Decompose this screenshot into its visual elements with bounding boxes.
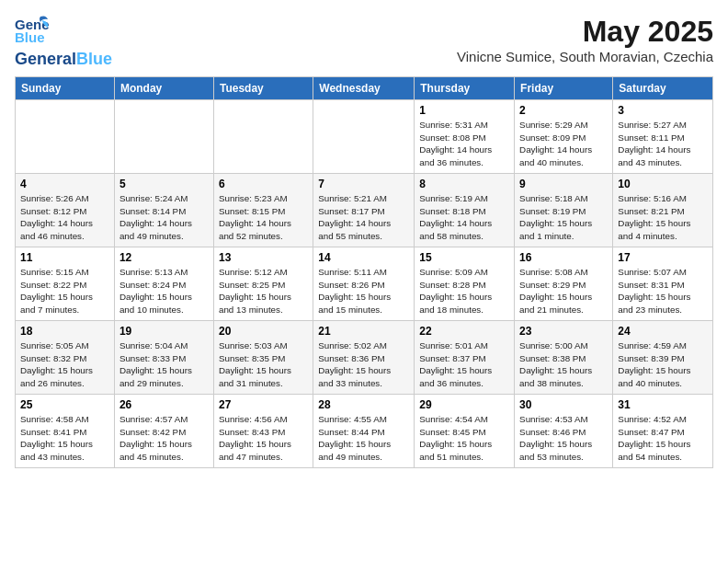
day-info: Sunrise: 5:09 AMSunset: 8:28 PMDaylight:…: [419, 266, 509, 316]
day-number: 8: [419, 178, 509, 190]
day-number: 3: [618, 104, 708, 117]
day-number: 16: [519, 251, 608, 264]
day-number: 18: [20, 325, 109, 338]
day-info: Sunrise: 5:24 AMSunset: 8:14 PMDaylight:…: [119, 192, 209, 243]
day-info: Sunrise: 5:00 AMSunset: 8:38 PMDaylight:…: [519, 339, 608, 390]
week-row-5: 25Sunrise: 4:58 AMSunset: 8:41 PMDayligh…: [16, 395, 713, 468]
calendar-cell: 2Sunrise: 5:29 AMSunset: 8:09 PMDaylight…: [515, 100, 613, 174]
day-number: 23: [519, 325, 608, 338]
day-info: Sunrise: 5:05 AMSunset: 8:32 PMDaylight:…: [20, 339, 109, 390]
day-number: 22: [419, 325, 509, 338]
calendar-cell: 5Sunrise: 5:24 AMSunset: 8:14 PMDaylight…: [114, 174, 213, 247]
day-number: 7: [318, 178, 409, 190]
day-info: Sunrise: 5:08 AMSunset: 8:29 PMDaylight:…: [519, 266, 608, 316]
calendar-body: 1Sunrise: 5:31 AMSunset: 8:08 PMDaylight…: [16, 100, 713, 468]
week-row-4: 18Sunrise: 5:05 AMSunset: 8:32 PMDayligh…: [16, 321, 713, 395]
day-info: Sunrise: 5:04 AMSunset: 8:33 PMDaylight:…: [119, 339, 209, 390]
logo-blue: Blue: [76, 50, 112, 68]
day-number: 25: [20, 398, 109, 411]
day-number: 29: [419, 398, 509, 411]
calendar-cell: [16, 100, 115, 174]
day-info: Sunrise: 5:12 AMSunset: 8:25 PMDaylight:…: [219, 266, 308, 316]
day-number: 10: [618, 178, 708, 190]
day-number: 5: [119, 178, 209, 190]
calendar-cell: 31Sunrise: 4:52 AMSunset: 8:47 PMDayligh…: [613, 395, 713, 468]
day-number: 6: [219, 178, 308, 190]
day-info: Sunrise: 5:15 AMSunset: 8:22 PMDaylight:…: [20, 266, 109, 316]
day-info: Sunrise: 5:27 AMSunset: 8:11 PMDaylight:…: [618, 119, 708, 169]
day-info: Sunrise: 5:11 AMSunset: 8:26 PMDaylight:…: [318, 266, 409, 316]
week-row-2: 4Sunrise: 5:26 AMSunset: 8:12 PMDaylight…: [16, 174, 713, 247]
title-block: May 2025 Vinicne Sumice, South Moravian,…: [457, 15, 713, 64]
calendar-cell: 15Sunrise: 5:09 AMSunset: 8:28 PMDayligh…: [415, 247, 515, 321]
day-number: 21: [318, 325, 409, 338]
calendar-cell: 30Sunrise: 4:53 AMSunset: 8:46 PMDayligh…: [515, 395, 613, 468]
day-number: 2: [519, 104, 608, 117]
day-info: Sunrise: 4:53 AMSunset: 8:46 PMDaylight:…: [519, 413, 608, 464]
calendar-cell: 20Sunrise: 5:03 AMSunset: 8:35 PMDayligh…: [213, 321, 313, 395]
calendar-cell: 6Sunrise: 5:23 AMSunset: 8:15 PMDaylight…: [213, 174, 313, 247]
week-row-1: 1Sunrise: 5:31 AMSunset: 8:08 PMDaylight…: [16, 100, 713, 174]
day-info: Sunrise: 4:56 AMSunset: 8:43 PMDaylight:…: [219, 413, 308, 464]
calendar-cell: [313, 100, 415, 174]
dow-header-monday: Monday: [114, 77, 213, 100]
dow-header-saturday: Saturday: [613, 77, 713, 100]
dow-header-friday: Friday: [515, 77, 613, 100]
dow-header-thursday: Thursday: [415, 77, 515, 100]
day-number: 9: [519, 178, 608, 190]
day-info: Sunrise: 5:13 AMSunset: 8:24 PMDaylight:…: [119, 266, 209, 316]
day-info: Sunrise: 4:55 AMSunset: 8:44 PMDaylight:…: [318, 413, 409, 464]
day-number: 20: [219, 325, 308, 338]
calendar-cell: 22Sunrise: 5:01 AMSunset: 8:37 PMDayligh…: [415, 321, 515, 395]
day-number: 19: [119, 325, 209, 338]
calendar-cell: 4Sunrise: 5:26 AMSunset: 8:12 PMDaylight…: [16, 174, 115, 247]
day-info: Sunrise: 5:26 AMSunset: 8:12 PMDaylight:…: [20, 192, 109, 243]
calendar-cell: 17Sunrise: 5:07 AMSunset: 8:31 PMDayligh…: [613, 247, 713, 321]
calendar-cell: 1Sunrise: 5:31 AMSunset: 8:08 PMDaylight…: [415, 100, 515, 174]
calendar-cell: 27Sunrise: 4:56 AMSunset: 8:43 PMDayligh…: [213, 395, 313, 468]
day-number: 27: [219, 398, 308, 411]
calendar-cell: 26Sunrise: 4:57 AMSunset: 8:42 PMDayligh…: [114, 395, 213, 468]
calendar-cell: 9Sunrise: 5:18 AMSunset: 8:19 PMDaylight…: [515, 174, 613, 247]
day-number: 28: [318, 398, 409, 411]
dow-header-sunday: Sunday: [16, 77, 115, 100]
calendar-cell: 24Sunrise: 4:59 AMSunset: 8:39 PMDayligh…: [613, 321, 713, 395]
svg-text:Blue: Blue: [15, 29, 45, 45]
day-info: Sunrise: 5:03 AMSunset: 8:35 PMDaylight:…: [219, 339, 308, 390]
day-info: Sunrise: 5:23 AMSunset: 8:15 PMDaylight:…: [219, 192, 308, 243]
day-number: 4: [20, 178, 109, 190]
calendar-cell: 19Sunrise: 5:04 AMSunset: 8:33 PMDayligh…: [114, 321, 213, 395]
day-info: Sunrise: 5:19 AMSunset: 8:18 PMDaylight:…: [419, 192, 509, 243]
calendar-cell: 16Sunrise: 5:08 AMSunset: 8:29 PMDayligh…: [515, 247, 613, 321]
dow-header-wednesday: Wednesday: [313, 77, 415, 100]
logo-general: General: [15, 50, 76, 68]
day-number: 31: [618, 398, 708, 411]
week-row-3: 11Sunrise: 5:15 AMSunset: 8:22 PMDayligh…: [16, 247, 713, 321]
day-info: Sunrise: 5:02 AMSunset: 8:36 PMDaylight:…: [318, 339, 409, 390]
day-number: 30: [519, 398, 608, 411]
calendar-cell: 13Sunrise: 5:12 AMSunset: 8:25 PMDayligh…: [213, 247, 313, 321]
page-header: General Blue GeneralBlue May 2025 Vinicn…: [15, 15, 713, 69]
day-number: 14: [318, 251, 409, 264]
day-number: 13: [219, 251, 308, 264]
day-number: 1: [419, 104, 509, 117]
calendar-cell: 3Sunrise: 5:27 AMSunset: 8:11 PMDaylight…: [613, 100, 713, 174]
day-number: 11: [20, 251, 109, 264]
calendar-cell: 28Sunrise: 4:55 AMSunset: 8:44 PMDayligh…: [313, 395, 415, 468]
day-number: 15: [419, 251, 509, 264]
day-info: Sunrise: 4:58 AMSunset: 8:41 PMDaylight:…: [20, 413, 109, 464]
day-info: Sunrise: 5:07 AMSunset: 8:31 PMDaylight:…: [618, 266, 708, 316]
day-info: Sunrise: 5:16 AMSunset: 8:21 PMDaylight:…: [618, 192, 708, 243]
day-info: Sunrise: 4:59 AMSunset: 8:39 PMDaylight:…: [618, 339, 708, 390]
calendar-cell: 29Sunrise: 4:54 AMSunset: 8:45 PMDayligh…: [415, 395, 515, 468]
day-info: Sunrise: 5:01 AMSunset: 8:37 PMDaylight:…: [419, 339, 509, 390]
calendar-cell: 14Sunrise: 5:11 AMSunset: 8:26 PMDayligh…: [313, 247, 415, 321]
calendar-cell: 25Sunrise: 4:58 AMSunset: 8:41 PMDayligh…: [16, 395, 115, 468]
day-info: Sunrise: 5:29 AMSunset: 8:09 PMDaylight:…: [519, 119, 608, 169]
calendar-cell: 23Sunrise: 5:00 AMSunset: 8:38 PMDayligh…: [515, 321, 613, 395]
location: Vinicne Sumice, South Moravian, Czechia: [457, 49, 713, 64]
days-of-week-row: SundayMondayTuesdayWednesdayThursdayFrid…: [16, 77, 713, 100]
calendar-cell: 10Sunrise: 5:16 AMSunset: 8:21 PMDayligh…: [613, 174, 713, 247]
month-year: May 2025: [457, 15, 713, 49]
day-info: Sunrise: 5:18 AMSunset: 8:19 PMDaylight:…: [519, 192, 608, 243]
